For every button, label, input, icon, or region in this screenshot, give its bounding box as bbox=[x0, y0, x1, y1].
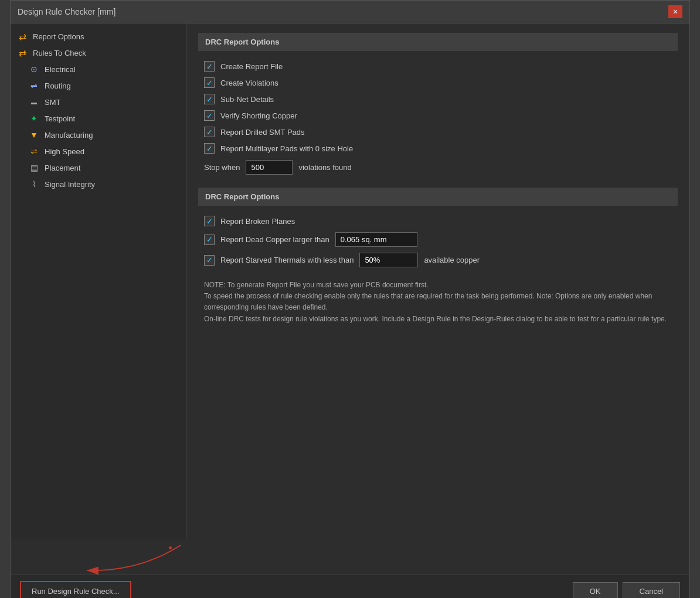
checkbox-create-report-file-box[interactable] bbox=[204, 61, 215, 72]
sidebar-item-testpoint[interactable]: ✦ Testpoint bbox=[11, 110, 186, 127]
starved-thermals-input[interactable] bbox=[359, 253, 418, 267]
placement-icon: ▤ bbox=[28, 163, 40, 172]
checkbox-verify-shorting-copper-box[interactable] bbox=[204, 110, 215, 121]
arrow-svg bbox=[69, 542, 245, 575]
checkbox-sub-net-details: Sub-Net Details bbox=[198, 91, 678, 107]
checkbox-report-broken-planes-label: Report Broken Planes bbox=[220, 217, 295, 226]
checkbox-create-violations-label: Create Violations bbox=[220, 79, 278, 87]
dialog-footer: Run Design Rule Check... OK Cancel bbox=[11, 575, 689, 598]
sidebar-item-placement[interactable]: ▤ Placement bbox=[11, 159, 186, 176]
run-design-rule-check-button[interactable]: Run Design Rule Check... bbox=[20, 581, 131, 598]
title-bar: Design Rule Checker [mm] × bbox=[11, 1, 689, 23]
sidebar-item-label: Report Options bbox=[33, 32, 84, 41]
sidebar-item-label: Routing bbox=[45, 81, 71, 90]
checkbox-report-broken-planes: Report Broken Planes bbox=[198, 213, 678, 229]
dead-copper-input[interactable] bbox=[335, 232, 417, 247]
sidebar-item-label: Signal Integrity bbox=[45, 180, 95, 189]
dialog-title: Design Rule Checker [mm] bbox=[18, 7, 115, 16]
checkbox-report-dead-copper-box[interactable] bbox=[204, 235, 215, 245]
checkbox-create-report-file: Create Report File bbox=[198, 58, 678, 74]
manufacturing-icon: ▼ bbox=[28, 130, 40, 140]
ok-button[interactable]: OK bbox=[573, 582, 618, 598]
dialog: Design Rule Checker [mm] × ⇄ Report Opti… bbox=[10, 0, 690, 598]
checkbox-sub-net-details-box[interactable] bbox=[204, 94, 215, 104]
sidebar-item-routing[interactable]: ⇌ Routing bbox=[11, 77, 186, 94]
violations-found-label: violations found bbox=[298, 163, 351, 172]
checkbox-sub-net-details-label: Sub-Net Details bbox=[220, 95, 274, 104]
checkbox-report-multilayer: Report Multilayer Pads with 0 size Hole bbox=[198, 140, 678, 157]
checkbox-create-violations: Create Violations bbox=[198, 74, 678, 91]
testpoint-icon: ✦ bbox=[28, 114, 40, 123]
cancel-button[interactable]: Cancel bbox=[623, 582, 680, 598]
checkbox-report-drilled-smt-box[interactable] bbox=[204, 127, 215, 137]
checkbox-report-starved-thermals-label: Report Starved Thermals with less than bbox=[220, 256, 354, 264]
arrow-area bbox=[11, 539, 689, 575]
note-text: NOTE: To generate Report File you must s… bbox=[198, 270, 678, 329]
sidebar-item-smt[interactable]: ▬ SMT bbox=[11, 94, 186, 110]
checkbox-report-dead-copper-label: Report Dead Copper larger than bbox=[220, 235, 329, 244]
report-options-icon: ⇄ bbox=[16, 32, 28, 41]
sidebar-item-signal-integrity[interactable]: ⌇ Signal Integrity bbox=[11, 176, 186, 192]
dialog-body: ⇄ Report Options ⇄ Rules To Check ⊙ Elec… bbox=[11, 23, 689, 539]
footer-buttons: OK Cancel bbox=[573, 582, 680, 598]
checkbox-report-starved-thermals-box[interactable] bbox=[204, 255, 215, 266]
sidebar-item-label: SMT bbox=[45, 98, 60, 107]
section1-header: DRC Report Options bbox=[198, 33, 678, 51]
routing-icon: ⇌ bbox=[28, 81, 40, 90]
sidebar-item-label: High Speed bbox=[45, 147, 84, 156]
sidebar-item-rules-to-check[interactable]: ⇄ Rules To Check bbox=[11, 45, 186, 61]
starved-thermals-suffix: available copper bbox=[424, 256, 480, 264]
checkbox-create-report-file-label: Create Report File bbox=[220, 62, 283, 71]
sidebar-item-report-options[interactable]: ⇄ Report Options bbox=[11, 28, 186, 45]
checkbox-report-broken-planes-box[interactable] bbox=[204, 216, 215, 226]
stop-when-input[interactable] bbox=[246, 160, 293, 175]
checkbox-create-violations-box[interactable] bbox=[204, 77, 215, 88]
sidebar-item-label: Manufacturing bbox=[45, 131, 93, 140]
checkbox-report-multilayer-box[interactable] bbox=[204, 143, 215, 154]
sidebar-item-electrical[interactable]: ⊙ Electrical bbox=[11, 61, 186, 77]
sidebar-item-high-speed[interactable]: ⇌ High Speed bbox=[11, 143, 186, 159]
section2-header: DRC Report Options bbox=[198, 188, 678, 206]
sidebar-item-label: Testpoint bbox=[45, 114, 75, 123]
sidebar-item-manufacturing[interactable]: ▼ Manufacturing bbox=[11, 127, 186, 143]
checkbox-report-drilled-smt: Report Drilled SMT Pads bbox=[198, 124, 678, 140]
high-speed-icon: ⇌ bbox=[28, 147, 40, 156]
sidebar-item-label: Rules To Check bbox=[33, 49, 86, 57]
note-content: NOTE: To generate Report File you must s… bbox=[204, 281, 667, 323]
stop-when-label: Stop when bbox=[204, 163, 240, 172]
main-content: DRC Report Options Create Report File Cr… bbox=[186, 23, 689, 539]
stop-when-row: Stop when violations found bbox=[198, 157, 678, 178]
electrical-icon: ⊙ bbox=[28, 64, 40, 74]
checkbox-report-dead-copper: Report Dead Copper larger than bbox=[198, 229, 678, 250]
checkbox-report-starved-thermals: Report Starved Thermals with less than a… bbox=[198, 250, 678, 270]
sidebar-item-label: Electrical bbox=[45, 65, 76, 74]
checkbox-report-multilayer-label: Report Multilayer Pads with 0 size Hole bbox=[220, 144, 353, 153]
sidebar: ⇄ Report Options ⇄ Rules To Check ⊙ Elec… bbox=[11, 23, 186, 539]
close-button[interactable]: × bbox=[668, 5, 682, 18]
checkbox-verify-shorting-copper: Verify Shorting Copper bbox=[198, 107, 678, 124]
signal-integrity-icon: ⌇ bbox=[28, 179, 40, 189]
checkbox-verify-shorting-copper-label: Verify Shorting Copper bbox=[220, 111, 297, 120]
checkbox-report-drilled-smt-label: Report Drilled SMT Pads bbox=[220, 128, 305, 137]
smt-icon: ▬ bbox=[28, 97, 40, 107]
rules-to-check-icon: ⇄ bbox=[16, 48, 28, 57]
sidebar-item-label: Placement bbox=[45, 164, 80, 172]
